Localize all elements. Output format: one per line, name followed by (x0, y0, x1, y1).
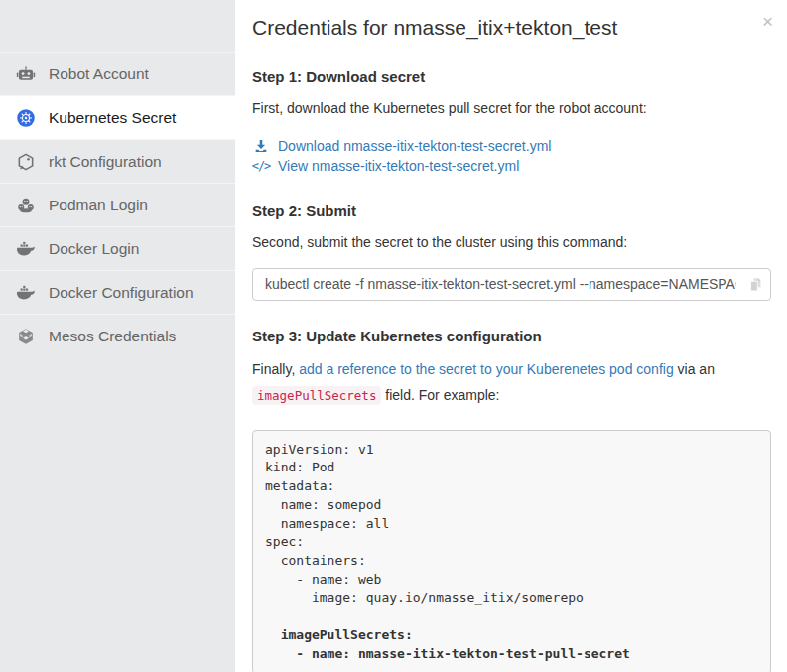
step3-text-after-link: via an (674, 361, 715, 377)
sidebar-item-label: Docker Login (49, 240, 139, 258)
view-secret-link[interactable]: View nmasse-itix-tekton-test-secret.yml (278, 158, 519, 174)
sidebar-item-docker-login[interactable]: Docker Login (0, 226, 235, 270)
close-icon[interactable]: × (762, 12, 773, 31)
copy-icon[interactable] (747, 276, 764, 293)
sidebar-item-label: Kubernetes Secret (49, 109, 176, 127)
credentials-modal-body: × Credentials for nmasse_itix+tekton_tes… (235, 0, 787, 672)
step2-heading: Step 2: Submit (252, 202, 771, 219)
pod-config-link[interactable]: add a reference to the secret to your Ku… (299, 361, 673, 377)
mesos-icon (16, 327, 36, 346)
command-field-wrap (252, 268, 771, 301)
step1-heading: Step 1: Download secret (252, 68, 771, 85)
sidebar-item-kubernetes-secret[interactable]: Kubernetes Secret (0, 95, 235, 139)
docker-icon (16, 239, 36, 259)
view-secret-row: </> View nmasse-itix-tekton-test-secret.… (252, 156, 771, 176)
sidebar-item-label: Docker Configuration (49, 284, 194, 302)
code-icon: </> (252, 159, 270, 173)
image-pull-secrets-chip: imagePullSecrets (252, 386, 381, 405)
download-secret-row: Download nmasse-itix-tekton-test-secret.… (252, 136, 771, 156)
sidebar-item-rkt-configuration[interactable]: rkt Configuration (0, 139, 235, 183)
sidebar-item-robot-account[interactable]: Robot Account (0, 52, 235, 95)
sidebar-item-docker-configuration[interactable]: Docker Configuration (0, 270, 235, 314)
sidebar-item-mesos-credentials[interactable]: Mesos Credentials (0, 314, 235, 357)
rkt-icon (16, 152, 36, 172)
yaml-regular-part: apiVersion: v1 kind: Pod metadata: name:… (265, 442, 584, 605)
step3-description: Finally, add a reference to the secret t… (252, 357, 768, 409)
step3-heading: Step 3: Update Kubernetes configuration (252, 328, 771, 344)
step3-text-before-link: Finally, (252, 361, 299, 377)
download-icon (252, 138, 270, 154)
credentials-sidebar: Robot Account Kubernetes Secret (0, 0, 235, 672)
sidebar-item-label: Robot Account (49, 66, 149, 83)
step2-description: Second, submit the secret to the cluster… (252, 232, 771, 252)
modal-title: Credentials for nmasse_itix+tekton_test (252, 14, 771, 42)
yaml-bold-part: imagePullSecrets: - name: nmasse-itix-te… (265, 627, 630, 661)
step1-description: First, download the Kubernetes pull secr… (252, 98, 771, 118)
kubernetes-icon (16, 108, 36, 128)
credentials-dialog: Robot Account Kubernetes Secret (0, 0, 787, 672)
robot-icon (16, 65, 36, 84)
pod-yaml-example: apiVersion: v1 kind: Pod metadata: name:… (252, 430, 771, 672)
download-secret-link[interactable]: Download nmasse-itix-tekton-test-secret.… (278, 138, 551, 154)
podman-icon (16, 196, 36, 215)
docker-icon (16, 283, 36, 303)
sidebar-item-label: Mesos Credentials (49, 328, 176, 345)
step3-text-after-chip: field. For example: (381, 387, 499, 403)
kubectl-command-input[interactable] (252, 268, 771, 301)
sidebar-spacer (0, 0, 235, 52)
sidebar-item-label: Podman Login (49, 197, 148, 214)
sidebar-item-label: rkt Configuration (49, 153, 162, 171)
sidebar-item-podman-login[interactable]: Podman Login (0, 183, 235, 226)
